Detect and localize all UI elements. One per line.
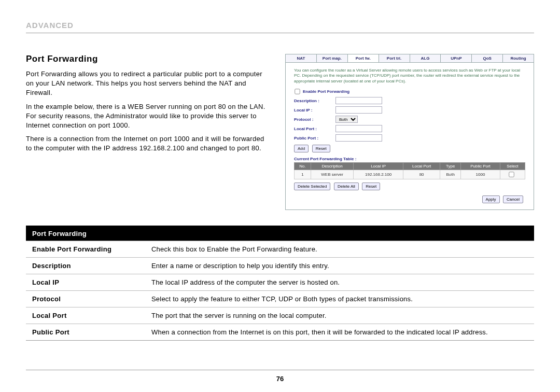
def-val: When a connection from the Internet is o… [145, 324, 534, 340]
text-column: Port Forwarding Port Forwarding allows y… [26, 54, 270, 158]
apply-button[interactable]: Apply [482, 195, 500, 203]
def-row-public-port: Public Port When a connection from the I… [26, 324, 534, 340]
th-local-port: Local Port [403, 163, 440, 170]
table-header-row: No. Description Local IP Local Port Type… [295, 163, 525, 170]
def-val: Select to apply the feature to either TC… [145, 291, 534, 307]
page-number: 76 [0, 375, 560, 383]
input-local-ip[interactable] [335, 106, 382, 114]
th-no: No. [295, 163, 311, 170]
row-public-port: Public Port : [294, 134, 525, 142]
apply-cancel-row: Apply Cancel [294, 195, 525, 203]
definitions-header: Port Forwarding [26, 226, 534, 241]
delete-selected-button[interactable]: Delete Selected [294, 183, 330, 190]
def-val: The local IP address of the computer the… [145, 274, 534, 290]
table-caption: Current Port Forwarding Table : [294, 157, 525, 161]
cell-type: Both [440, 170, 461, 179]
row-local-port: Local Port : [294, 125, 525, 132]
def-val: Enter a name or description to help you … [145, 258, 534, 274]
label-public-port: Public Port : [294, 136, 335, 141]
def-key: Description [26, 258, 145, 274]
cancel-button[interactable]: Cancel [503, 195, 523, 203]
th-description: Description [311, 163, 354, 170]
tab-routing[interactable]: Routing [503, 54, 534, 62]
label-local-ip: Local IP : [294, 108, 335, 113]
def-row-description: Description Enter a name or description … [26, 258, 534, 274]
def-key: Local Port [26, 307, 145, 324]
cell-select [500, 170, 525, 179]
tab-upnp[interactable]: UPnP [441, 54, 472, 62]
th-type: Type [440, 163, 461, 170]
tab-alg[interactable]: ALG [410, 54, 441, 62]
table-actions-row: Delete Selected Delete All Reset [294, 183, 525, 190]
row-description: Description : [294, 97, 525, 104]
router-ui-panel: NAT Port map. Port fw. Port tri. ALG UPn… [285, 54, 534, 210]
reset-button[interactable]: Reset [312, 145, 330, 152]
content-columns: Port Forwarding Port Forwarding allows y… [26, 54, 534, 210]
label-protocol: Protocol : [294, 117, 335, 122]
def-key: Local IP [26, 274, 145, 290]
enable-port-forwarding-checkbox[interactable] [295, 89, 300, 94]
tab-port-map[interactable]: Port map. [317, 54, 348, 62]
footer-rule [26, 370, 534, 370]
def-key: Enable Port Forwarding [26, 241, 145, 257]
table-row: 1 WEB server 192.168.2.100 80 Both 1000 [295, 170, 525, 179]
def-row-local-ip: Local IP The local IP address of the com… [26, 274, 534, 291]
def-val: The port that the server is running on t… [145, 307, 534, 324]
row-local-ip: Local IP : [294, 106, 525, 114]
def-row-enable: Enable Port Forwarding Check this box to… [26, 241, 534, 258]
row-protocol: Protocol : Both [294, 116, 525, 123]
add-reset-row: Add Reset [294, 145, 525, 152]
enable-port-forwarding-label: Enable Port Forwarding [303, 89, 349, 94]
def-key: Public Port [26, 324, 145, 340]
port-forwarding-table: No. Description Local IP Local Port Type… [294, 162, 525, 179]
router-tabs: NAT Port map. Port fw. Port tri. ALG UPn… [286, 54, 534, 63]
router-intro-text: You can configure the router as a Virtua… [294, 68, 525, 84]
section-label: ADVANCED [26, 21, 534, 33]
definitions-table: Enable Port Forwarding Check this box to… [26, 241, 534, 341]
cell-local-port: 80 [403, 170, 440, 179]
body-text: Port Forwarding allows you to redirect a… [26, 69, 270, 153]
paragraph-3: There is a connection from the Internet … [26, 134, 270, 153]
cell-desc: WEB server [311, 170, 354, 179]
cell-public-port: 1000 [461, 170, 500, 179]
tab-qos[interactable]: QoS [472, 54, 503, 62]
add-button[interactable]: Add [294, 145, 309, 152]
paragraph-1: Port Forwarding allows you to redirect a… [26, 69, 270, 98]
delete-all-button[interactable]: Delete All [334, 183, 359, 190]
tab-port-tri[interactable]: Port tri. [379, 54, 410, 62]
reset-table-button[interactable]: Reset [362, 183, 380, 190]
enable-row: Enable Port Forwarding [294, 88, 525, 95]
page-title: Port Forwarding [26, 54, 270, 64]
input-public-port[interactable] [335, 134, 382, 142]
select-protocol[interactable]: Both [335, 116, 358, 123]
def-row-local-port: Local Port The port that the server is r… [26, 307, 534, 324]
tab-port-fw[interactable]: Port fw. [348, 54, 379, 62]
def-val: Check this box to Enable the Port Forwar… [145, 241, 534, 257]
cell-no: 1 [295, 170, 311, 179]
th-public-port: Public Port [461, 163, 500, 170]
tab-nat[interactable]: NAT [286, 54, 317, 62]
def-key: Protocol [26, 291, 145, 307]
label-description: Description : [294, 99, 335, 103]
input-description[interactable] [335, 97, 382, 104]
screenshot-column: NAT Port map. Port fw. Port tri. ALG UPn… [285, 54, 534, 210]
input-local-port[interactable] [335, 125, 382, 132]
router-body: You can configure the router as a Virtua… [286, 63, 534, 209]
label-local-port: Local Port : [294, 127, 335, 131]
cell-local-ip: 192.168.2.100 [354, 170, 403, 179]
th-local-ip: Local IP [354, 163, 403, 170]
def-row-protocol: Protocol Select to apply the feature to … [26, 291, 534, 307]
row-select-checkbox[interactable] [509, 172, 514, 177]
paragraph-2: In the example below, there is a WEB Ser… [26, 102, 270, 131]
th-select: Select [500, 163, 525, 170]
